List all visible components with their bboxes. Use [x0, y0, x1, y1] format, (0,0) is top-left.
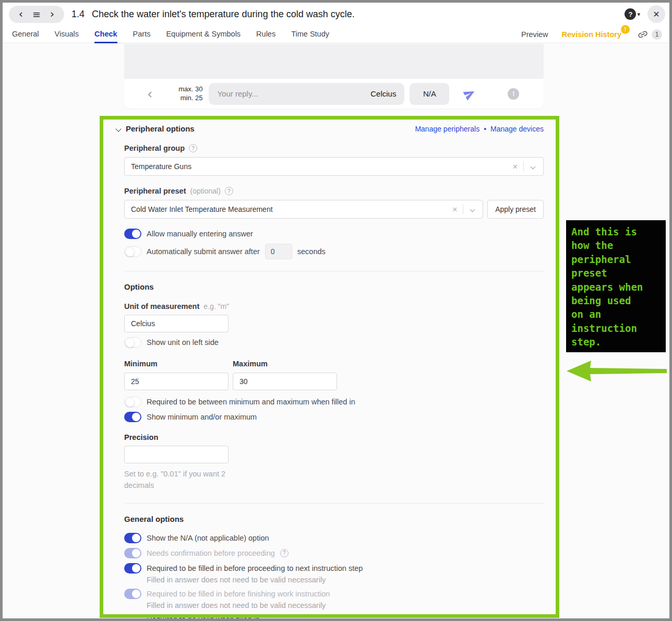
- auto-submit-toggle[interactable]: [124, 246, 141, 257]
- tab-preview[interactable]: Preview: [521, 30, 548, 39]
- prev-step-button[interactable]: ‹: [14, 6, 28, 22]
- annotation-line: And this is: [571, 225, 666, 238]
- maximum-input[interactable]: [233, 373, 337, 390]
- precision-input[interactable]: [124, 446, 229, 463]
- peripheral-preset-optional: (optional): [190, 187, 220, 195]
- required-between-label: Required to be between minimum and maxim…: [147, 398, 355, 406]
- clear-icon[interactable]: ✕: [507, 163, 523, 171]
- reply-input[interactable]: [217, 89, 370, 98]
- tab-general[interactable]: General: [12, 26, 39, 43]
- help-circle-icon[interactable]: ?: [189, 144, 197, 152]
- divider: [124, 503, 544, 504]
- reply-max-label: max. 30: [172, 85, 202, 94]
- annotation-line: step.: [571, 335, 666, 349]
- help-circle-icon[interactable]: ?: [280, 549, 289, 557]
- required-valid-label: Required to be valid when filled in: [147, 615, 260, 621]
- tab-equipment-symbols[interactable]: Equipment & Symbols: [166, 26, 241, 43]
- dropdown-button[interactable]: [524, 165, 537, 169]
- show-na-toggle[interactable]: [124, 533, 141, 543]
- needs-confirmation-toggle[interactable]: [124, 548, 141, 558]
- unit-of-measurement-label: Unit of measurement: [124, 302, 199, 310]
- auto-submit-label-prefix: Automatically submit answer after: [147, 247, 260, 256]
- peripheral-group-label: Peripheral group: [124, 144, 185, 152]
- toggle-row-required-next-step: Required to be filled in before proceedi…: [124, 563, 544, 574]
- toggle-row-show-na: Show the N/A (not applicable) option: [124, 533, 544, 543]
- required-between-toggle[interactable]: [124, 397, 141, 407]
- na-button[interactable]: N/A: [410, 83, 449, 105]
- check-options-form: Peripheral options Manage peripherals • …: [124, 109, 544, 621]
- peripheral-preset-row: Cold Water Inlet Temperature Measurement…: [124, 195, 544, 219]
- help-button[interactable]: ? ▾: [625, 8, 640, 20]
- show-na-label: Show the N/A (not applicable) option: [147, 534, 269, 542]
- reply-min-label: min. 25: [172, 94, 202, 103]
- reply-input-wrap[interactable]: Celcius: [209, 83, 404, 105]
- toggle-row-show-unit-left: Show unit on left side: [124, 337, 544, 348]
- dropdown-button[interactable]: [463, 208, 476, 211]
- apply-preset-button[interactable]: Apply preset: [487, 200, 544, 219]
- annotation-line: peripheral: [571, 253, 666, 266]
- tab-time-study[interactable]: Time Study: [291, 26, 329, 43]
- manage-devices-link[interactable]: Manage devices: [490, 125, 544, 133]
- allow-manual-toggle[interactable]: [124, 229, 141, 239]
- show-unit-left-toggle[interactable]: [124, 337, 141, 348]
- required-next-step-toggle[interactable]: [124, 563, 141, 574]
- required-finish-sub: Filled in answer does not need to be val…: [147, 601, 544, 610]
- toggle-row-auto-submit: Automatically submit answer after second…: [124, 244, 544, 259]
- alert-exclaim-glyph: !: [512, 90, 514, 98]
- send-icon[interactable]: [463, 87, 476, 101]
- link-count-badge: 1: [652, 29, 662, 40]
- header-actions: ? ▾ ✕: [625, 5, 665, 23]
- required-valid-toggle[interactable]: [124, 614, 141, 621]
- chevron-down-icon: [470, 207, 475, 212]
- next-step-button[interactable]: ›: [45, 6, 59, 22]
- step-nav: ‹ ≡ ›: [9, 6, 64, 23]
- annotation-line: being used: [571, 294, 666, 307]
- tab-bar: General Visuals Check Parts Equipment & …: [3, 26, 669, 43]
- help-icon: ?: [625, 8, 636, 20]
- chain-link-icon[interactable]: [637, 29, 649, 40]
- unit-example-hint: e.g. "m": [203, 302, 229, 310]
- toggle-row-required-between: Required to be between minimum and maxim…: [124, 397, 544, 407]
- tab-rules[interactable]: Rules: [256, 26, 275, 43]
- step-title-wrap: 1.4 Check the water inlet's temperature …: [71, 9, 355, 20]
- toggle-row-needs-confirmation: Needs confirmation before proceeding ?: [124, 548, 544, 558]
- show-minmax-toggle[interactable]: [124, 412, 141, 422]
- reply-bar: ‹ max. 30 min. 25 Celcius N/A !: [124, 79, 544, 109]
- minimum-field: Minimum: [124, 359, 229, 390]
- unit-input[interactable]: [124, 315, 229, 332]
- peripheral-group-label-row: Peripheral group ?: [124, 144, 544, 152]
- step-content-preview: [124, 44, 544, 79]
- collapse-left-icon[interactable]: ‹: [147, 87, 152, 101]
- annotation-line: instruction: [571, 321, 666, 335]
- annotation-line: how the: [571, 238, 666, 252]
- peripheral-group-select[interactable]: Temperature Guns ✕: [124, 157, 544, 176]
- peripheral-options-header[interactable]: Peripheral options Manage peripherals • …: [116, 124, 544, 133]
- minimum-input[interactable]: [124, 373, 229, 390]
- required-next-step-label: Required to be filled in before proceedi…: [147, 564, 363, 572]
- revision-history-label: Revision History: [562, 30, 621, 39]
- auto-submit-seconds-input[interactable]: [265, 244, 292, 259]
- dot-separator: •: [484, 125, 486, 133]
- minimum-label: Minimum: [124, 360, 158, 368]
- required-finish-label: Required to be filled in before finishin…: [147, 590, 330, 598]
- manage-peripherals-link[interactable]: Manage peripherals: [415, 125, 479, 133]
- required-finish-toggle[interactable]: [124, 589, 141, 599]
- tab-check[interactable]: Check: [94, 26, 117, 43]
- alert-icon[interactable]: !: [508, 88, 519, 100]
- peripheral-preset-value: Cold Water Inlet Temperature Measurement: [131, 205, 447, 213]
- annotation-arrow-icon: [566, 359, 667, 383]
- help-circle-icon[interactable]: ?: [225, 187, 233, 195]
- tab-parts[interactable]: Parts: [133, 26, 151, 43]
- toggle-row-show-minmax: Show minimum and/or maximum: [124, 412, 544, 422]
- tab-revision-history[interactable]: Revision History !: [562, 30, 621, 39]
- clear-icon[interactable]: ✕: [447, 206, 463, 213]
- close-button[interactable]: ✕: [647, 5, 665, 23]
- step-menu-button[interactable]: ≡: [30, 6, 43, 22]
- min-max-row: Minimum Maximum: [124, 359, 544, 390]
- peripheral-preset-select[interactable]: Cold Water Inlet Temperature Measurement…: [124, 200, 483, 219]
- tab-visuals[interactable]: Visuals: [55, 26, 79, 43]
- precision-label: Precision: [124, 433, 544, 441]
- allow-manual-label: Allow manually entering answer: [147, 230, 253, 238]
- show-minmax-label: Show minimum and/or maximum: [147, 413, 257, 421]
- annotation-line: preset: [571, 266, 666, 280]
